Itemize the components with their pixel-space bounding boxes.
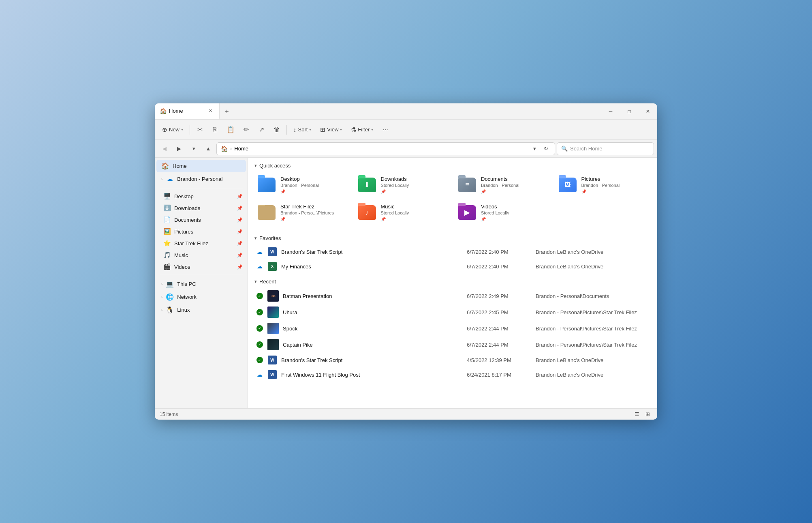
- sidebar-item-thispc[interactable]: › 💻 This PC: [156, 278, 246, 290]
- recent-locations-button[interactable]: ▾: [187, 142, 200, 155]
- maximize-button[interactable]: □: [620, 103, 639, 120]
- recent-row-5[interactable]: ✓ W Brandon's Star Trek Script 4/5/2022 …: [253, 353, 652, 367]
- favorites-row-1[interactable]: ☁ W Brandon's Star Trek Script 6/7/2022 …: [253, 244, 652, 259]
- search-box[interactable]: 🔍 Search Home: [557, 142, 654, 155]
- qa-item-pictures[interactable]: 🖼 Pictures Brandon - Personal 📌: [554, 172, 653, 198]
- copy-button[interactable]: ⎘: [208, 122, 222, 137]
- rec3-thumb: [267, 323, 279, 334]
- fav1-type-icon: W: [267, 247, 277, 257]
- forward-button[interactable]: ▶: [173, 142, 186, 155]
- list-view-button[interactable]: ☰: [632, 410, 642, 419]
- view-button[interactable]: ⊞ View ▾: [316, 124, 346, 136]
- share-button[interactable]: ↗: [254, 122, 269, 137]
- up-button[interactable]: ▲: [202, 142, 215, 155]
- qa-documents-icon: ≡: [457, 175, 477, 195]
- rec6-name: First Windows 11 Flight Blog Post: [281, 372, 463, 378]
- qa-videos-sub: Stored Locally: [481, 210, 509, 215]
- path-home-label: Home: [234, 146, 248, 152]
- rec5-type-icon: W: [267, 355, 277, 365]
- fav2-location: Brandon LeBlanc's OneDrive: [536, 264, 649, 270]
- network-chevron-icon: ›: [161, 295, 162, 299]
- window-controls: ─ □ ✕: [601, 103, 657, 119]
- content-area: ▾ Quick access Desktop Brandon - Persona…: [248, 158, 657, 408]
- quick-access-header[interactable]: ▾ Quick access: [248, 158, 657, 172]
- sidebar: 🏠 Home › ☁ Brandon - Personal 🖥️ Desktop…: [155, 158, 248, 408]
- new-button[interactable]: ⊕ New ▾: [158, 124, 187, 136]
- rec4-name: Captain Pike: [283, 342, 463, 348]
- qa-item-music[interactable]: ♪ Music Stored Locally 📌: [353, 199, 452, 225]
- toolbar: ⊕ New ▾ ✂ ⎘ 📋 ✏ ↗ 🗑 ↕ Sort ▾ ⊞ View ▾ ⚗ …: [155, 120, 657, 140]
- rec5-date: 4/5/2022 12:39 PM: [467, 357, 532, 363]
- music-folder-icon: 🎵: [163, 251, 171, 259]
- close-button[interactable]: ✕: [639, 103, 657, 120]
- search-placeholder: Search Home: [570, 146, 602, 152]
- qa-startrek-pin: 📌: [280, 217, 334, 221]
- favorites-header[interactable]: ▾ Favorites: [248, 230, 657, 244]
- paste-button[interactable]: 📋: [223, 122, 238, 137]
- back-button[interactable]: ◀: [158, 142, 171, 155]
- fav1-status-icon: ☁: [256, 248, 263, 255]
- item-count: 15 items: [160, 412, 178, 417]
- recent-row-6[interactable]: ☁ W First Windows 11 Flight Blog Post 6/…: [253, 367, 652, 382]
- rec1-date: 6/7/2022 2:49 PM: [467, 293, 532, 299]
- recent-row-1[interactable]: ✓ 🦇 Batman Presentation 6/7/2022 2:49 PM…: [253, 288, 652, 304]
- recent-header[interactable]: ▾ Recent: [248, 274, 657, 288]
- title-bar: 🏠 Home ✕ + ─ □ ✕: [155, 103, 657, 120]
- sidebar-item-videos[interactable]: 🎬 Videos 📌: [156, 261, 246, 272]
- sidebar-item-documents[interactable]: 📄 Documents 📌: [156, 214, 246, 225]
- sidebar-network-label: Network: [177, 294, 197, 300]
- sidebar-divider-2: [160, 275, 243, 275]
- sidebar-item-startrek[interactable]: ⭐ Star Trek Filez 📌: [156, 238, 246, 249]
- sidebar-thispc-label: This PC: [177, 281, 196, 287]
- favorites-row-2[interactable]: ☁ X My Finances 6/7/2022 2:40 PM Brandon…: [253, 259, 652, 274]
- sidebar-item-network[interactable]: › 🌐 Network: [156, 291, 246, 303]
- grid-view-button[interactable]: ⊞: [643, 410, 652, 419]
- sidebar-item-music[interactable]: 🎵 Music 📌: [156, 249, 246, 261]
- sidebar-item-linux[interactable]: › 🐧 Linux: [156, 304, 246, 316]
- refresh-button[interactable]: ↻: [541, 144, 551, 154]
- tab-close-button[interactable]: ✕: [206, 107, 214, 115]
- qa-item-startrek[interactable]: Star Trek Filez Brandon - Perso...\Pictu…: [253, 199, 352, 225]
- recent-row-2[interactable]: ✓ Uhura 6/7/2022 2:45 PM Brandon - Perso…: [253, 304, 652, 320]
- new-tab-button[interactable]: +: [220, 103, 234, 119]
- recent-row-4[interactable]: ✓ Captain Pike 6/7/2022 2:44 PM Brandon …: [253, 337, 652, 353]
- rec3-status-icon: ✓: [256, 325, 263, 332]
- home-tab[interactable]: 🏠 Home ✕: [155, 103, 220, 119]
- more-button[interactable]: ···: [378, 122, 393, 137]
- sidebar-home-label: Home: [173, 163, 187, 169]
- fav2-type-icon: X: [267, 262, 277, 271]
- rec4-status-icon: ✓: [256, 341, 263, 348]
- sidebar-item-downloads[interactable]: ⬇️ Downloads 📌: [156, 202, 246, 214]
- delete-button[interactable]: 🗑: [269, 122, 284, 137]
- rename-button[interactable]: ✏: [239, 122, 253, 137]
- address-input[interactable]: 🏠 › Home ▾ ↻: [216, 142, 555, 155]
- rec6-date: 6/24/2021 8:17 PM: [467, 372, 532, 378]
- sort-button[interactable]: ↕ Sort ▾: [289, 124, 315, 135]
- qa-item-videos[interactable]: ▶ Videos Stored Locally 📌: [453, 199, 552, 225]
- downloads-folder-icon: ⬇️: [163, 204, 171, 212]
- qa-item-documents[interactable]: ≡ Documents Brandon - Personal 📌: [453, 172, 552, 198]
- filter-button[interactable]: ⚗ Filter ▾: [347, 124, 377, 136]
- address-dropdown-button[interactable]: ▾: [530, 144, 539, 154]
- cut-button[interactable]: ✂: [192, 122, 207, 137]
- qa-startrek-name: Star Trek Filez: [280, 204, 334, 210]
- rec2-thumb: [267, 307, 279, 318]
- rec2-date: 6/7/2022 2:45 PM: [467, 309, 532, 315]
- sidebar-item-home[interactable]: 🏠 Home: [156, 160, 246, 172]
- view-icon: ⊞: [320, 126, 325, 133]
- qa-videos-name: Videos: [481, 204, 509, 210]
- recent-row-3[interactable]: ✓ Spock 6/7/2022 2:44 PM Brandon - Perso…: [253, 320, 652, 337]
- tab-area: 🏠 Home ✕ +: [155, 103, 601, 119]
- qa-desktop-sub: Brandon - Personal: [280, 183, 319, 188]
- minimize-button[interactable]: ─: [601, 103, 620, 120]
- qa-item-downloads[interactable]: ⬇ Downloads Stored Locally 📌: [353, 172, 452, 198]
- sidebar-item-desktop[interactable]: 🖥️ Desktop 📌: [156, 191, 246, 202]
- rec4-date: 6/7/2022 2:44 PM: [467, 342, 532, 348]
- qa-item-desktop[interactable]: Desktop Brandon - Personal 📌: [253, 172, 352, 198]
- qa-desktop-pin: 📌: [280, 189, 319, 194]
- sidebar-item-pictures[interactable]: 🖼️ Pictures 📌: [156, 226, 246, 237]
- main-area: 🏠 Home › ☁ Brandon - Personal 🖥️ Desktop…: [155, 158, 657, 408]
- filter-icon: ⚗: [351, 126, 356, 133]
- sidebar-item-onedrive[interactable]: › ☁ Brandon - Personal: [156, 173, 246, 185]
- home-tab-label: Home: [169, 108, 183, 114]
